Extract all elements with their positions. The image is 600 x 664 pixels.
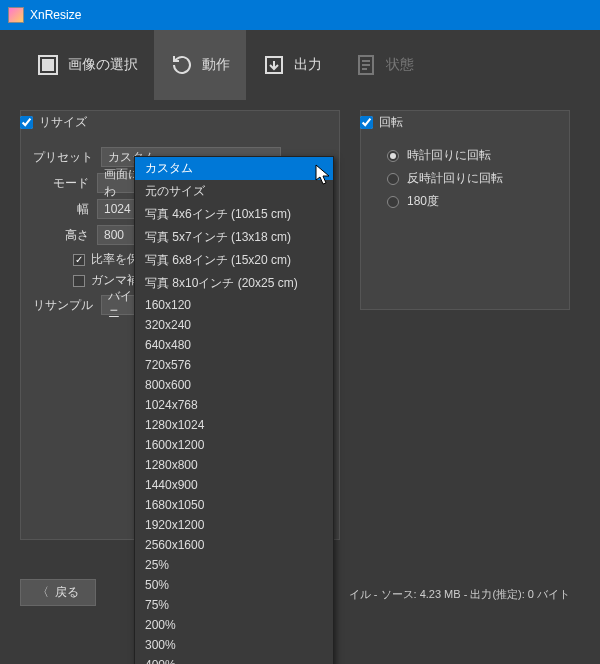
- preset-option[interactable]: 400%: [135, 655, 333, 664]
- tab-select-label: 画像の選択: [68, 56, 138, 74]
- tabbar: 画像の選択 動作 出力 状態: [0, 30, 600, 100]
- action-icon: [170, 53, 194, 77]
- tab-status-label: 状態: [386, 56, 414, 74]
- rotate-cw-label: 時計回りに回転: [407, 147, 491, 164]
- rotate-ccw-label: 反時計回りに回転: [407, 170, 503, 187]
- back-button[interactable]: 〈 戻る: [20, 579, 96, 606]
- resize-title: リサイズ: [39, 114, 87, 131]
- back-label: 戻る: [55, 584, 79, 601]
- preset-label: プリセット: [33, 149, 93, 166]
- preset-option[interactable]: 1680x1050: [135, 495, 333, 515]
- preset-option[interactable]: 写真 5x7インチ (13x18 cm): [135, 226, 333, 249]
- preset-option[interactable]: 50%: [135, 575, 333, 595]
- tab-select[interactable]: 画像の選択: [20, 30, 154, 100]
- mode-label: モード: [33, 175, 89, 192]
- preset-option[interactable]: 800x600: [135, 375, 333, 395]
- height-label: 高さ: [33, 227, 89, 244]
- preset-option[interactable]: 300%: [135, 635, 333, 655]
- output-icon: [262, 53, 286, 77]
- preset-option[interactable]: カスタム: [135, 157, 333, 180]
- tab-action-label: 動作: [202, 56, 230, 74]
- tab-output-label: 出力: [294, 56, 322, 74]
- tab-status[interactable]: 状態: [338, 30, 430, 100]
- preset-option[interactable]: 写真 8x10インチ (20x25 cm): [135, 272, 333, 295]
- preset-option[interactable]: 720x576: [135, 355, 333, 375]
- rotate-180-label: 180度: [407, 193, 439, 210]
- width-label: 幅: [33, 201, 89, 218]
- width-value: 1024: [104, 202, 131, 216]
- preset-option[interactable]: 写真 4x6インチ (10x15 cm): [135, 203, 333, 226]
- preset-option[interactable]: 1280x800: [135, 455, 333, 475]
- rotate-enable-checkbox[interactable]: [360, 116, 373, 129]
- rotate-ccw-radio[interactable]: 反時計回りに回転: [387, 170, 557, 187]
- preset-option[interactable]: 75%: [135, 595, 333, 615]
- resize-enable-checkbox[interactable]: [20, 116, 33, 129]
- select-icon: [36, 53, 60, 77]
- preset-option[interactable]: 200%: [135, 615, 333, 635]
- tab-output[interactable]: 出力: [246, 30, 338, 100]
- preset-option[interactable]: 640x480: [135, 335, 333, 355]
- preset-option[interactable]: 1600x1200: [135, 435, 333, 455]
- preset-option[interactable]: 25%: [135, 555, 333, 575]
- tab-action[interactable]: 動作: [154, 30, 246, 100]
- resample-label: リサンプル: [33, 297, 93, 314]
- titlebar: XnResize: [0, 0, 600, 30]
- status-text: イル - ソース: 4.23 MB - 出力(推定): 0 バイト: [349, 587, 570, 602]
- rotate-180-radio[interactable]: 180度: [387, 193, 557, 210]
- height-value: 800: [104, 228, 124, 242]
- window-title: XnResize: [30, 8, 81, 22]
- preset-option[interactable]: 元のサイズ: [135, 180, 333, 203]
- rotate-cw-radio[interactable]: 時計回りに回転: [387, 147, 557, 164]
- preset-option[interactable]: 160x120: [135, 295, 333, 315]
- preset-dropdown-list[interactable]: カスタム元のサイズ写真 4x6インチ (10x15 cm)写真 5x7インチ (…: [134, 156, 334, 664]
- preset-option[interactable]: 1280x1024: [135, 415, 333, 435]
- app-icon: [8, 7, 24, 23]
- status-icon: [354, 53, 378, 77]
- preset-option[interactable]: 写真 6x8インチ (15x20 cm): [135, 249, 333, 272]
- preset-option[interactable]: 2560x1600: [135, 535, 333, 555]
- preset-option[interactable]: 1024x768: [135, 395, 333, 415]
- preset-option[interactable]: 1440x900: [135, 475, 333, 495]
- panel-rotate: 回転 時計回りに回転 反時計回りに回転 180度: [360, 110, 570, 310]
- rotate-title: 回転: [379, 114, 403, 131]
- chevron-left-icon: 〈: [37, 584, 49, 601]
- svg-rect-1: [43, 60, 53, 70]
- preset-option[interactable]: 1920x1200: [135, 515, 333, 535]
- preset-option[interactable]: 320x240: [135, 315, 333, 335]
